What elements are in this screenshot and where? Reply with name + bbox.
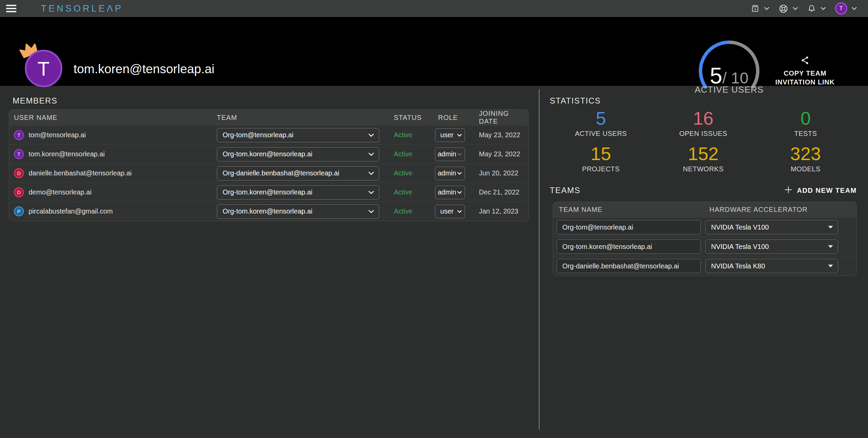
status-badge: Active xyxy=(394,169,412,177)
role-select[interactable]: admin xyxy=(435,186,465,199)
copy-team-invitation-link-button[interactable]: COPY TEAM INVITATION LINK xyxy=(773,55,837,87)
team-select[interactable]: Org-danielle.benbashat@tensorleap.ai xyxy=(217,166,379,181)
chevron-down-icon xyxy=(792,7,798,10)
table-row: P pircalabustefan@gmail.com Org-tom.kore… xyxy=(9,202,528,221)
chevron-down-icon xyxy=(368,190,374,194)
hamburger-menu-icon[interactable] xyxy=(6,5,16,12)
joining-date: May 23, 2022 xyxy=(474,131,529,139)
dropdown-arrow-icon xyxy=(828,245,833,248)
column-header-status: STATUS xyxy=(389,114,433,122)
stat-projects: 15 PROJECTS xyxy=(550,144,652,173)
statistics-grid: 5 ACTIVE USERS 16 OPEN ISSUES 0 TESTS 15… xyxy=(550,108,857,173)
avatar: T xyxy=(835,2,847,15)
member-email: pircalabustefan@gmail.com xyxy=(29,207,113,215)
role-select[interactable]: admin xyxy=(435,167,465,180)
team-select[interactable]: Org-tom.koren@tensorleap.ai xyxy=(217,185,379,200)
notifications-menu[interactable] xyxy=(805,4,828,13)
chevron-down-icon xyxy=(368,152,374,156)
plus-icon xyxy=(784,185,793,195)
help-menu[interactable] xyxy=(776,4,800,14)
role-select[interactable]: user xyxy=(435,205,465,218)
chevron-down-icon xyxy=(457,134,462,137)
column-header-hardware-accelerator: HARDWARE ACCELERATOR xyxy=(705,206,857,214)
avatar: T xyxy=(14,149,24,159)
chevron-down-icon xyxy=(368,133,374,137)
table-row: Org-tom@tensorleap.ai NVIDIA Tesla V100 xyxy=(553,217,856,237)
joining-date: Jan 12, 2023 xyxy=(474,207,529,215)
avatar: D xyxy=(14,187,24,197)
topbar: TENSORLEΛP xyxy=(0,0,868,17)
dropdown-arrow-icon xyxy=(828,226,833,229)
team-select[interactable]: Org-tom.koren@tensorleap.ai xyxy=(217,147,379,161)
statistics-section-title: STATISTICS xyxy=(550,96,601,106)
joining-date: Jun 20, 2022 xyxy=(474,169,529,177)
panel-divider xyxy=(539,89,540,430)
avatar: T xyxy=(25,50,62,87)
table-row: D danielle.benbashat@tensorleap.ai Org-d… xyxy=(9,163,528,183)
add-new-team-button[interactable]: ADD NEW TEAM xyxy=(784,185,857,195)
stat-networks: 152 NETWORKS xyxy=(652,144,755,173)
team-name-input[interactable]: Org-danielle.benbashat@tensorleap.ai xyxy=(557,259,701,273)
team-name-input[interactable]: Org-tom@tensorleap.ai xyxy=(557,220,701,234)
machine-icon xyxy=(751,4,760,13)
chevron-down-icon xyxy=(457,172,462,175)
member-email: tom.koren@tensorleap.ai xyxy=(29,150,105,158)
help-icon xyxy=(778,4,788,14)
status-badge: Active xyxy=(394,131,412,139)
table-row: D demo@tensorleap.ai Org-tom.koren@tenso… xyxy=(9,183,528,202)
table-row: T tom.koren@tensorleap.ai Org-tom.koren@… xyxy=(9,144,528,163)
account-menu[interactable]: T xyxy=(833,2,859,15)
column-header-team-name: TEAM NAME xyxy=(553,206,705,214)
chevron-down-icon xyxy=(820,7,826,10)
account-header: T tom.koren@tensorleap.ai 5/ 10 ACTIVE U… xyxy=(0,17,868,86)
status-badge: Active xyxy=(394,188,412,196)
avatar: D xyxy=(14,168,24,178)
topbar-actions: T xyxy=(749,2,868,15)
member-email: tom@tensorleap.ai xyxy=(29,131,86,139)
teams-section-title: TEAMS xyxy=(550,186,580,195)
members-section-title: MEMBERS xyxy=(13,96,58,106)
share-icon xyxy=(773,55,837,67)
avatar: P xyxy=(14,206,24,216)
tensorleap-logo: TENSORLEΛP xyxy=(41,3,123,14)
column-header-role: ROLE xyxy=(433,114,474,122)
teams-table-header: TEAM NAME HARDWARE ACCELERATOR xyxy=(553,202,856,217)
member-email: demo@tensorleap.ai xyxy=(29,188,92,196)
active-users-gauge: 5/ 10 ACTIVE USERS xyxy=(695,37,763,105)
table-row: Org-danielle.benbashat@tensorleap.ai NVI… xyxy=(553,256,856,276)
chevron-down-icon xyxy=(764,7,770,10)
column-header-user-name: USER NAME xyxy=(9,114,212,122)
member-email: danielle.benbashat@tensorleap.ai xyxy=(29,169,132,177)
machine-menu[interactable] xyxy=(749,4,772,13)
hardware-accelerator-select[interactable]: NVIDIA Tesla V100 xyxy=(705,239,838,254)
hardware-accelerator-select[interactable]: NVIDIA Tesla V100 xyxy=(705,220,838,234)
joining-date: Dec 21, 2022 xyxy=(474,188,529,196)
team-name-input[interactable]: Org-tom.koren@tensorleap.ai xyxy=(557,239,701,254)
stat-models: 323 MODELS xyxy=(754,144,857,173)
avatar: T xyxy=(14,130,24,140)
gauge-label: ACTIVE USERS xyxy=(688,84,770,95)
chevron-down-icon xyxy=(457,210,462,213)
chevron-down-icon xyxy=(457,191,462,194)
team-select[interactable]: Org-tom.koren@tensorleap.ai xyxy=(217,204,379,219)
dropdown-arrow-icon xyxy=(828,265,833,267)
status-badge: Active xyxy=(394,150,412,158)
bell-icon xyxy=(807,4,816,13)
column-header-joining-date: JOINING DATE xyxy=(474,110,529,125)
joining-date: May 23, 2022 xyxy=(474,150,529,158)
status-badge: Active xyxy=(394,207,412,215)
team-select[interactable]: Org-tom@tensorleap.ai xyxy=(217,128,379,142)
members-table-header: USER NAME TEAM STATUS ROLE JOINING DATE xyxy=(9,110,528,125)
chevron-down-icon xyxy=(368,171,374,175)
chevron-down-icon xyxy=(368,209,374,213)
chevron-down-icon xyxy=(457,153,462,156)
table-row: T tom@tensorleap.ai Org-tom@tensorleap.a… xyxy=(9,125,528,144)
role-select[interactable]: user xyxy=(435,128,465,142)
role-select[interactable]: admin xyxy=(435,147,465,161)
stat-open-issues: 16 OPEN ISSUES xyxy=(652,108,755,138)
chevron-down-icon xyxy=(851,7,857,10)
members-table: USER NAME TEAM STATUS ROLE JOINING DATE … xyxy=(9,109,529,221)
account-email: tom.koren@tensorleap.ai xyxy=(74,62,214,76)
stat-tests: 0 TESTS xyxy=(754,108,857,138)
hardware-accelerator-select[interactable]: NVIDIA Tesla K80 xyxy=(705,259,838,273)
